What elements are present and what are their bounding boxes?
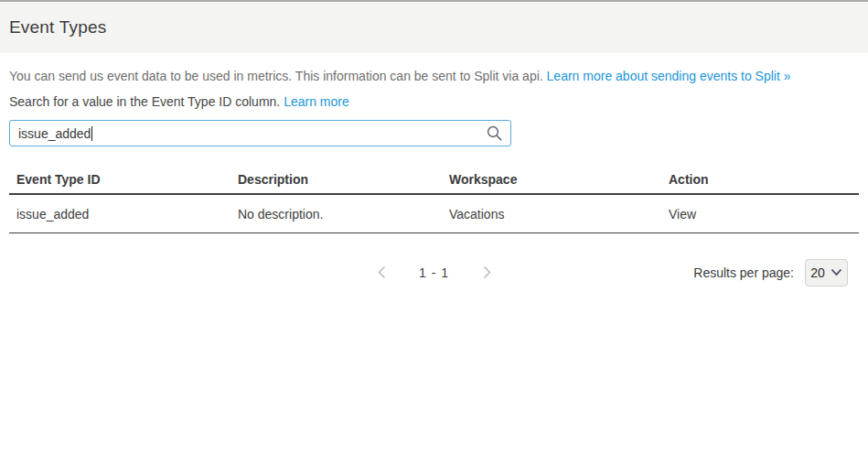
- search-hint-static: Search for a value in the Event Type ID …: [9, 94, 284, 109]
- search-input-value: issue_added: [18, 126, 91, 141]
- search-hint-text: Search for a value in the Event Type ID …: [9, 94, 859, 110]
- search-input[interactable]: issue_added: [9, 120, 511, 146]
- results-per-page-value: 20: [810, 265, 825, 280]
- table-row: issue_added No description. Vacations Vi…: [9, 195, 859, 233]
- pagination-bar: 1 - 1 Results per page: 20: [9, 258, 859, 286]
- learn-more-events-link[interactable]: Learn more about sending events to Split…: [547, 69, 791, 83]
- search-icon[interactable]: [486, 124, 502, 141]
- cell-description: No description.: [230, 207, 442, 222]
- intro-text: You can send us event data to be used in…: [9, 69, 859, 84]
- event-types-table: Event Type ID Description Workspace Acti…: [9, 165, 859, 233]
- cell-event-type-id: issue_added: [9, 207, 230, 222]
- table-header-row: Event Type ID Description Workspace Acti…: [9, 165, 859, 195]
- results-per-page: Results per page: 20: [693, 259, 848, 286]
- column-header-workspace: Workspace: [442, 172, 661, 187]
- learn-more-link[interactable]: Learn more: [284, 94, 349, 109]
- results-per-page-label: Results per page:: [693, 265, 794, 280]
- column-header-action: Action: [661, 172, 859, 187]
- page-title: Event Types: [9, 17, 106, 38]
- view-action-link[interactable]: View: [661, 207, 859, 222]
- column-header-event-type-id: Event Type ID: [9, 172, 230, 187]
- chevron-down-icon: [830, 268, 842, 276]
- intro-text-static: You can send us event data to be used in…: [9, 69, 547, 83]
- chevron-right-icon[interactable]: [480, 265, 493, 280]
- chevron-left-icon[interactable]: [375, 265, 388, 280]
- cell-workspace: Vacations: [442, 207, 661, 222]
- results-per-page-select[interactable]: 20: [805, 259, 848, 286]
- column-header-description: Description: [230, 172, 442, 187]
- pagination-range: 1 - 1: [419, 265, 449, 280]
- pagination-controls: 1 - 1: [375, 265, 493, 280]
- page-header: Event Types: [0, 2, 868, 53]
- text-caret: [91, 126, 92, 141]
- main-content: You can send us event data to be used in…: [0, 69, 868, 286]
